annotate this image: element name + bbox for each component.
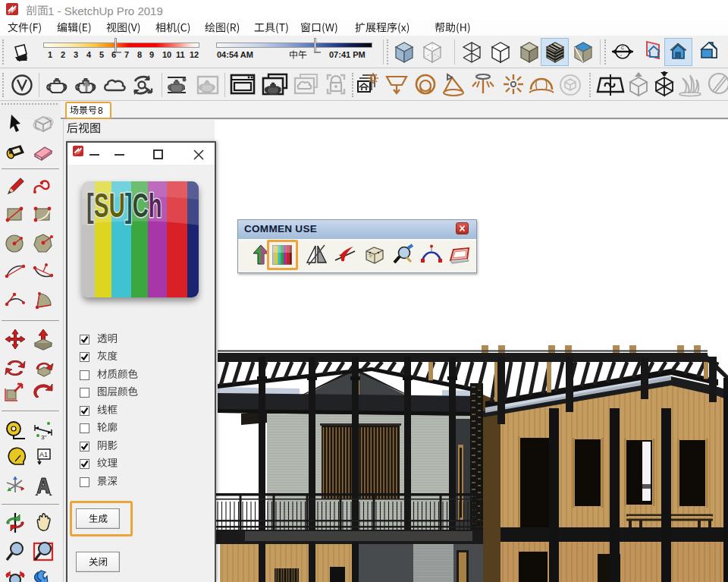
svg-text:[: [ — [86, 187, 94, 225]
svg-text:°: ° — [620, 54, 622, 58]
svg-text:C: C — [621, 46, 625, 50]
svg-text:]: ] — [125, 187, 133, 225]
svg-text:A1: A1 — [39, 451, 48, 458]
svg-text:3": 3" — [41, 434, 46, 441]
svg-text:S: S — [94, 187, 108, 225]
svg-text:U: U — [109, 187, 125, 225]
svg-text:h: h — [149, 187, 162, 225]
svg-text:C: C — [133, 187, 149, 225]
